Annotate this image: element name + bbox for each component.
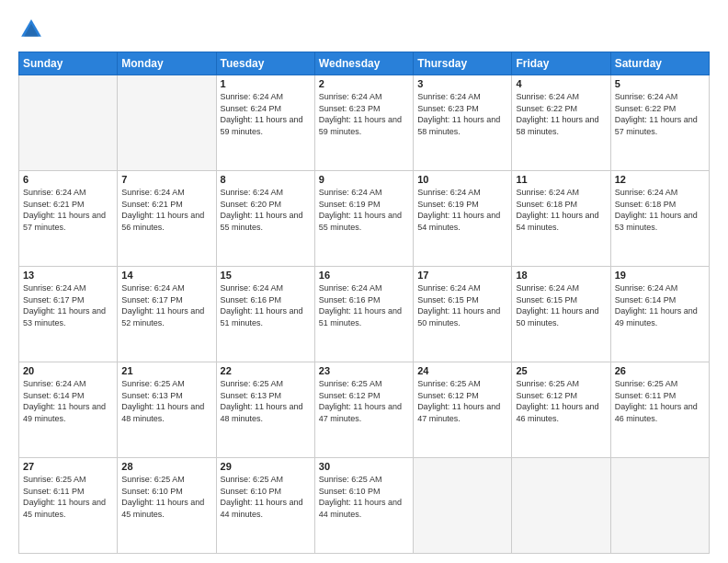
calendar-cell: 25Sunrise: 6:25 AM Sunset: 6:12 PM Dayli… [512, 362, 610, 458]
day-number: 23 [319, 365, 409, 376]
weekday-header-sunday: Sunday [19, 52, 118, 75]
day-info: Sunrise: 6:25 AM Sunset: 6:12 PM Dayligh… [516, 378, 606, 424]
day-info: Sunrise: 6:25 AM Sunset: 6:11 PM Dayligh… [615, 378, 705, 424]
day-info: Sunrise: 6:24 AM Sunset: 6:23 PM Dayligh… [319, 91, 409, 137]
weekday-header-thursday: Thursday [414, 52, 512, 75]
day-info: Sunrise: 6:24 AM Sunset: 6:24 PM Dayligh… [221, 91, 311, 137]
weekday-header-monday: Monday [118, 52, 216, 75]
logo-icon [18, 17, 44, 42]
day-number: 28 [121, 461, 211, 472]
calendar-cell: 16Sunrise: 6:24 AM Sunset: 6:16 PM Dayli… [314, 267, 413, 362]
day-info: Sunrise: 6:25 AM Sunset: 6:12 PM Dayligh… [417, 378, 507, 424]
logo [18, 17, 48, 42]
day-number: 21 [121, 365, 211, 376]
calendar-cell: 4Sunrise: 6:24 AM Sunset: 6:22 PM Daylig… [512, 75, 610, 171]
day-number: 5 [615, 78, 705, 89]
day-info: Sunrise: 6:24 AM Sunset: 6:17 PM Dayligh… [23, 282, 113, 328]
day-info: Sunrise: 6:24 AM Sunset: 6:16 PM Dayligh… [319, 282, 409, 328]
day-number: 15 [221, 270, 311, 281]
day-number: 14 [121, 270, 211, 281]
day-info: Sunrise: 6:24 AM Sunset: 6:19 PM Dayligh… [417, 187, 507, 233]
calendar-cell [414, 458, 512, 554]
calendar-cell [19, 75, 118, 171]
calendar-cell: 5Sunrise: 6:24 AM Sunset: 6:22 PM Daylig… [610, 75, 709, 171]
weekday-header-friday: Friday [512, 52, 610, 75]
day-info: Sunrise: 6:25 AM Sunset: 6:13 PM Dayligh… [221, 378, 311, 424]
day-info: Sunrise: 6:24 AM Sunset: 6:14 PM Dayligh… [615, 282, 705, 328]
day-number: 16 [319, 270, 409, 281]
calendar-cell: 10Sunrise: 6:24 AM Sunset: 6:19 PM Dayli… [414, 171, 512, 267]
day-info: Sunrise: 6:24 AM Sunset: 6:21 PM Dayligh… [121, 187, 211, 233]
weekday-header-saturday: Saturday [610, 52, 709, 75]
calendar-cell [118, 75, 216, 171]
header [18, 17, 710, 42]
day-number: 20 [23, 365, 113, 376]
calendar-cell: 22Sunrise: 6:25 AM Sunset: 6:13 PM Dayli… [216, 362, 314, 458]
calendar-cell: 26Sunrise: 6:25 AM Sunset: 6:11 PM Dayli… [610, 362, 709, 458]
week-row-3: 13Sunrise: 6:24 AM Sunset: 6:17 PM Dayli… [19, 267, 710, 362]
day-info: Sunrise: 6:25 AM Sunset: 6:13 PM Dayligh… [121, 378, 211, 424]
day-number: 10 [417, 174, 507, 185]
day-info: Sunrise: 6:24 AM Sunset: 6:18 PM Dayligh… [615, 187, 705, 233]
calendar-cell: 20Sunrise: 6:24 AM Sunset: 6:14 PM Dayli… [19, 362, 118, 458]
day-number: 7 [121, 174, 211, 185]
calendar-table: SundayMondayTuesdayWednesdayThursdayFrid… [18, 52, 710, 554]
day-number: 6 [23, 174, 113, 185]
calendar-cell: 13Sunrise: 6:24 AM Sunset: 6:17 PM Dayli… [19, 267, 118, 362]
day-info: Sunrise: 6:24 AM Sunset: 6:19 PM Dayligh… [319, 187, 409, 233]
weekday-header-wednesday: Wednesday [314, 52, 413, 75]
weekday-header-tuesday: Tuesday [216, 52, 314, 75]
day-number: 27 [23, 461, 113, 472]
day-info: Sunrise: 6:24 AM Sunset: 6:20 PM Dayligh… [221, 187, 311, 233]
day-info: Sunrise: 6:24 AM Sunset: 6:23 PM Dayligh… [417, 91, 507, 137]
day-number: 29 [221, 461, 311, 472]
calendar-cell: 28Sunrise: 6:25 AM Sunset: 6:10 PM Dayli… [118, 458, 216, 554]
calendar-cell: 8Sunrise: 6:24 AM Sunset: 6:20 PM Daylig… [216, 171, 314, 267]
weekday-header-row: SundayMondayTuesdayWednesdayThursdayFrid… [19, 52, 710, 75]
calendar-cell: 11Sunrise: 6:24 AM Sunset: 6:18 PM Dayli… [512, 171, 610, 267]
calendar-cell: 23Sunrise: 6:25 AM Sunset: 6:12 PM Dayli… [314, 362, 413, 458]
day-number: 30 [319, 461, 409, 472]
day-number: 12 [615, 174, 705, 185]
day-number: 18 [516, 270, 606, 281]
day-info: Sunrise: 6:25 AM Sunset: 6:10 PM Dayligh… [121, 474, 211, 520]
day-number: 11 [516, 174, 606, 185]
day-info: Sunrise: 6:24 AM Sunset: 6:18 PM Dayligh… [516, 187, 606, 233]
week-row-5: 27Sunrise: 6:25 AM Sunset: 6:11 PM Dayli… [19, 458, 710, 554]
calendar-cell: 14Sunrise: 6:24 AM Sunset: 6:17 PM Dayli… [118, 267, 216, 362]
day-info: Sunrise: 6:24 AM Sunset: 6:15 PM Dayligh… [417, 282, 507, 328]
day-info: Sunrise: 6:25 AM Sunset: 6:10 PM Dayligh… [319, 474, 409, 520]
calendar-cell: 7Sunrise: 6:24 AM Sunset: 6:21 PM Daylig… [118, 171, 216, 267]
day-number: 24 [417, 365, 507, 376]
calendar-cell [610, 458, 709, 554]
day-number: 13 [23, 270, 113, 281]
day-info: Sunrise: 6:24 AM Sunset: 6:15 PM Dayligh… [516, 282, 606, 328]
week-row-4: 20Sunrise: 6:24 AM Sunset: 6:14 PM Dayli… [19, 362, 710, 458]
day-number: 4 [516, 78, 606, 89]
calendar-cell: 19Sunrise: 6:24 AM Sunset: 6:14 PM Dayli… [610, 267, 709, 362]
day-number: 3 [417, 78, 507, 89]
week-row-1: 1Sunrise: 6:24 AM Sunset: 6:24 PM Daylig… [19, 75, 710, 171]
day-number: 25 [516, 365, 606, 376]
day-info: Sunrise: 6:25 AM Sunset: 6:11 PM Dayligh… [23, 474, 113, 520]
day-info: Sunrise: 6:24 AM Sunset: 6:22 PM Dayligh… [615, 91, 705, 137]
calendar-cell: 27Sunrise: 6:25 AM Sunset: 6:11 PM Dayli… [19, 458, 118, 554]
calendar-cell: 2Sunrise: 6:24 AM Sunset: 6:23 PM Daylig… [314, 75, 413, 171]
calendar-cell: 15Sunrise: 6:24 AM Sunset: 6:16 PM Dayli… [216, 267, 314, 362]
calendar-cell: 6Sunrise: 6:24 AM Sunset: 6:21 PM Daylig… [19, 171, 118, 267]
day-number: 1 [221, 78, 311, 89]
day-info: Sunrise: 6:24 AM Sunset: 6:17 PM Dayligh… [121, 282, 211, 328]
calendar-cell: 29Sunrise: 6:25 AM Sunset: 6:10 PM Dayli… [216, 458, 314, 554]
calendar-cell: 18Sunrise: 6:24 AM Sunset: 6:15 PM Dayli… [512, 267, 610, 362]
calendar-cell: 12Sunrise: 6:24 AM Sunset: 6:18 PM Dayli… [610, 171, 709, 267]
day-info: Sunrise: 6:24 AM Sunset: 6:21 PM Dayligh… [23, 187, 113, 233]
calendar-cell: 9Sunrise: 6:24 AM Sunset: 6:19 PM Daylig… [314, 171, 413, 267]
day-number: 2 [319, 78, 409, 89]
day-number: 26 [615, 365, 705, 376]
day-number: 9 [319, 174, 409, 185]
day-number: 19 [615, 270, 705, 281]
calendar-cell: 30Sunrise: 6:25 AM Sunset: 6:10 PM Dayli… [314, 458, 413, 554]
week-row-2: 6Sunrise: 6:24 AM Sunset: 6:21 PM Daylig… [19, 171, 710, 267]
day-number: 8 [221, 174, 311, 185]
day-info: Sunrise: 6:25 AM Sunset: 6:12 PM Dayligh… [319, 378, 409, 424]
